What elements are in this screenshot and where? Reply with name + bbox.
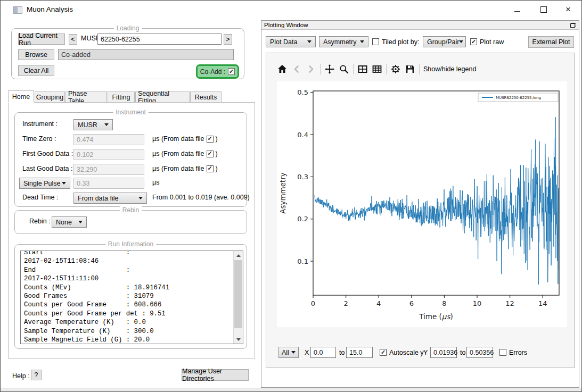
- x-range-label: X: [305, 349, 309, 356]
- dead-time-info: From 0.001 to 0.019 (ave. 0.009): [152, 194, 250, 201]
- last-good-data-suffix: µs (From data file ): [152, 165, 218, 172]
- instrument-group-title: Instrument: [113, 109, 149, 116]
- plotting-window-dock: Plotting Window Plot Data Asymmetry Tile…: [261, 20, 579, 388]
- chevron-down-icon: [459, 40, 463, 43]
- y-from-input[interactable]: 0.01936: [430, 347, 457, 358]
- show-hide-legend-button[interactable]: Show/hide legend: [423, 65, 476, 73]
- help-button[interactable]: ?: [31, 370, 42, 380]
- rebin-label: Rebin :: [29, 218, 51, 225]
- tiled-plot-checkbox[interactable]: [372, 38, 379, 45]
- chevron-down-icon: [307, 40, 312, 43]
- last-good-data-field[interactable]: 32.290: [73, 164, 144, 175]
- time-zero-field[interactable]: 0.474: [73, 134, 144, 145]
- run-number-input[interactable]: 62250-62255: [97, 34, 222, 45]
- coadd-label: Co-Add :: [200, 68, 225, 76]
- forward-icon[interactable]: [306, 64, 316, 74]
- chevron-down-icon: [138, 197, 143, 199]
- x-to-input[interactable]: 15.0: [346, 347, 373, 358]
- errors-label: Errors: [509, 349, 527, 356]
- plot-raw-label: Plot raw: [480, 38, 504, 46]
- tiled-plot-label: Tiled plot by:: [382, 38, 419, 46]
- chevron-down-icon: [360, 40, 364, 43]
- range-scope-select[interactable]: All: [278, 347, 299, 358]
- rebin-group-title: Rebin: [120, 206, 142, 214]
- load-current-run-button[interactable]: Load Current Run: [18, 34, 65, 45]
- plot-canvas[interactable]: 024681012140.10.20.30.40.5Time (μs)Asymm…: [277, 81, 567, 327]
- pan-icon[interactable]: [324, 64, 335, 74]
- plotting-window-title: Plotting Window: [264, 22, 308, 28]
- customize-gear-icon[interactable]: [390, 64, 401, 74]
- tab-bar: Home Grouping Phase Table Fitting Sequen…: [8, 90, 222, 103]
- loading-group-title: Loading: [114, 24, 142, 32]
- svg-text:8: 8: [442, 299, 446, 307]
- maximize-icon: [540, 6, 547, 13]
- toolbar-separator: [419, 64, 420, 74]
- plot-data-select[interactable]: Plot Data: [266, 36, 316, 47]
- svg-text:6: 6: [409, 299, 414, 307]
- dead-time-select[interactable]: From data file: [73, 193, 147, 204]
- float-dock-icon[interactable]: [570, 23, 576, 28]
- tab-results[interactable]: Results: [190, 91, 222, 103]
- tab-sequential-fitting[interactable]: Sequential Fitting: [135, 91, 190, 103]
- scroll-down-icon[interactable]: [234, 335, 243, 344]
- errors-checkbox[interactable]: [499, 349, 506, 356]
- dead-time-label: Dead Time :: [22, 194, 58, 201]
- plotting-window-titlebar[interactable]: Plotting Window: [261, 21, 579, 30]
- minimize-button[interactable]: [505, 2, 529, 18]
- autoscale-y-checkbox[interactable]: [380, 349, 387, 356]
- time-zero-label: Time Zero :: [22, 135, 56, 143]
- external-plot-button[interactable]: External Plot: [528, 36, 574, 48]
- rebin-group: Rebin Rebin : None: [14, 210, 247, 234]
- instrument-select[interactable]: MUSR: [73, 119, 113, 130]
- app-icon: [13, 6, 22, 14]
- scrollbar[interactable]: [233, 251, 243, 344]
- chevron-down-icon: [62, 182, 66, 185]
- clear-all-button[interactable]: Clear All: [18, 65, 54, 76]
- tab-grouping[interactable]: Grouping: [35, 91, 65, 103]
- rebin-select[interactable]: None: [52, 216, 87, 228]
- save-icon[interactable]: [405, 64, 415, 74]
- plot-raw-checkbox[interactable]: [470, 38, 477, 45]
- scrollbar-thumb[interactable]: [234, 260, 242, 328]
- y-range-label: Y: [423, 349, 428, 356]
- first-good-from-file-checkbox[interactable]: [207, 151, 214, 157]
- tab-phase-table[interactable]: Phase Table: [65, 91, 107, 103]
- maximize-button[interactable]: [531, 2, 556, 18]
- pulse-mode-select[interactable]: Single Pulse: [19, 178, 70, 189]
- last-good-from-file-checkbox[interactable]: [207, 165, 214, 172]
- home-icon[interactable]: [277, 64, 288, 74]
- autoscale-y-label: Autoscale y: [389, 349, 424, 356]
- plot-type-select[interactable]: Asymmetry: [319, 36, 368, 47]
- back-icon[interactable]: [291, 64, 302, 74]
- zoom-icon[interactable]: [339, 64, 349, 74]
- instrument-group: Instrument Instrument : MUSR Time Zero :…: [14, 112, 247, 207]
- toolbar-separator: [320, 64, 321, 74]
- previous-run-button[interactable]: <: [69, 34, 77, 45]
- subplots-icon[interactable]: [357, 64, 368, 74]
- run-information-lines: Start : 2017-02-15T11:08:46 End : 2017-0…: [21, 251, 243, 344]
- next-run-button[interactable]: >: [224, 34, 232, 45]
- svg-text:0.3: 0.3: [297, 173, 308, 181]
- tiled-by-select[interactable]: Group/Pair: [423, 36, 466, 47]
- first-good-data-field[interactable]: 0.102: [73, 149, 144, 160]
- chevron-down-icon: [291, 351, 296, 354]
- x-from-input[interactable]: 0.0: [310, 347, 336, 358]
- close-button[interactable]: ×: [556, 2, 580, 18]
- x-to-label: to: [339, 349, 345, 356]
- scroll-up-icon[interactable]: [234, 251, 243, 260]
- instrument-label: Instrument :: [22, 120, 58, 128]
- tab-home[interactable]: Home: [8, 90, 34, 103]
- browse-button[interactable]: Browse: [18, 49, 54, 60]
- loading-group: Loading Load Current Run < MUSR 62250-62…: [11, 28, 244, 79]
- manage-user-directories-button[interactable]: Manage User Directories: [182, 369, 249, 381]
- svg-text:MUSR62250-62255;long: MUSR62250-62255;long: [496, 96, 541, 100]
- grid-icon[interactable]: [372, 64, 382, 74]
- time-zero-from-file-checkbox[interactable]: [207, 136, 214, 143]
- coadd-checkbox[interactable]: [228, 68, 235, 75]
- y-to-input[interactable]: 0.50356: [466, 347, 493, 358]
- run-information-text[interactable]: Start : 2017-02-15T11:08:46 End : 2017-0…: [20, 251, 243, 344]
- muon-analysis-window: { "window": { "title": "Muon Analysis", …: [0, 0, 582, 392]
- tab-fitting[interactable]: Fitting: [108, 91, 135, 103]
- pulse-value-field[interactable]: 0.33: [73, 178, 144, 189]
- run-information-group-title: Run Information: [105, 240, 156, 248]
